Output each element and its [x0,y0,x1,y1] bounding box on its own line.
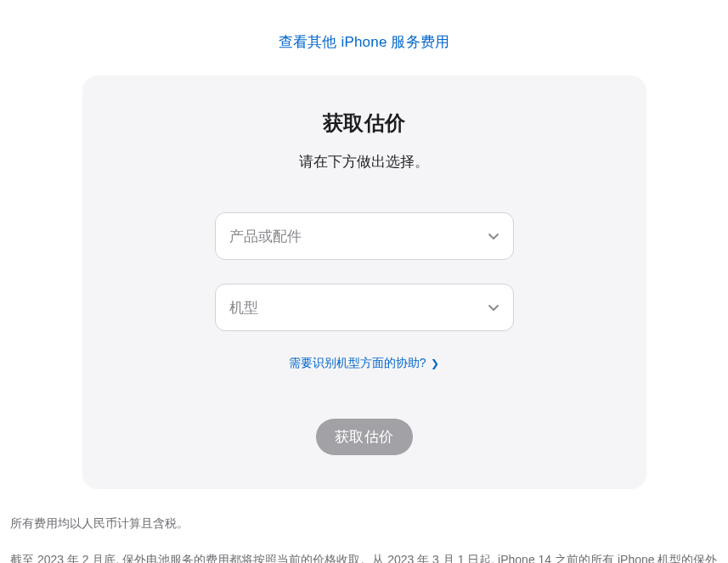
note-line-1: 所有费用均以人民币计算且含税。 [10,511,718,536]
model-select-wrap: 机型 [215,284,514,331]
notes-section: 所有费用均以人民币计算且含税。 截至 2023 年 2 月底, 保外电池服务的费… [10,511,718,563]
identify-model-help-link[interactable]: 需要识别机型方面的协助? ❯ [289,356,440,369]
product-select-wrap: 产品或配件 [215,212,514,260]
get-estimate-button[interactable]: 获取估价 [316,419,413,455]
note-line-2: 截至 2023 年 2 月底, 保外电池服务的费用都将按照当前的价格收取。从 2… [10,548,718,563]
help-link-label: 需要识别机型方面的协助? [289,356,426,369]
other-service-fees-link[interactable]: 查看其他 iPhone 服务费用 [279,34,450,50]
model-select[interactable]: 机型 [215,284,514,331]
top-link-container: 查看其他 iPhone 服务费用 [0,0,728,76]
estimate-card: 获取估价 请在下方做出选择。 产品或配件 机型 需要识别机型方面的协助? ❯ 获… [82,76,646,489]
chevron-right-icon: ❯ [431,358,439,369]
product-select[interactable]: 产品或配件 [215,212,514,260]
card-subtitle: 请在下方做出选择。 [116,152,612,172]
help-link-container: 需要识别机型方面的协助? ❯ [116,355,612,371]
note-line-2-text: 截至 2023 年 2 月底, 保外电池服务的费用都将按照当前的价格收取。从 2… [10,553,717,563]
card-title: 获取估价 [116,110,612,137]
